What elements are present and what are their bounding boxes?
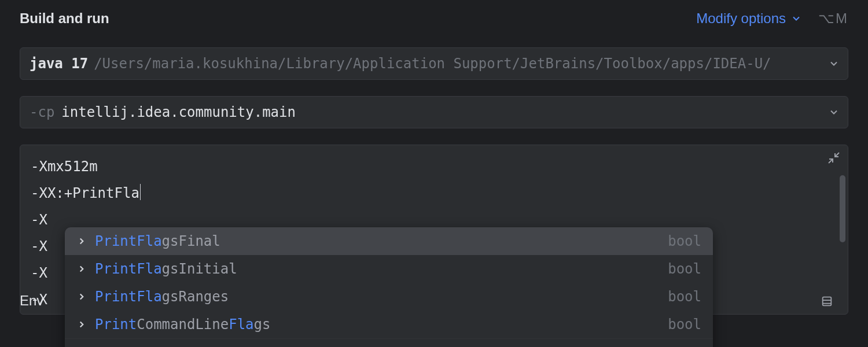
svg-rect-2 (823, 297, 832, 306)
autocomplete-item[interactable]: PrintFlagsRanges bool (65, 283, 713, 311)
expand-field-icon[interactable] (821, 295, 833, 308)
autocomplete-item-name: PrintFlagsInitial (95, 261, 660, 277)
chevron-down-icon (828, 106, 840, 118)
autocomplete-item-type: bool (668, 289, 701, 305)
classpath-value: intellij.idea.community.main (61, 104, 296, 120)
env-variables-label: Env (20, 293, 43, 309)
modify-options-label: Modify options (696, 10, 786, 27)
autocomplete-item-type: bool (668, 233, 701, 249)
vm-option-line: -XX:+PrintFla (31, 180, 837, 206)
jdk-selector[interactable]: java 17 /Users/maria.kosukhina/Library/A… (20, 47, 848, 80)
vm-option-line: -Xmx512m (31, 153, 837, 180)
autocomplete-item[interactable]: PrintCommandLineFlags bool (65, 311, 713, 338)
autocomplete-popup: PrintFlagsFinal bool PrintFlagsInitial b… (65, 227, 713, 347)
jdk-path: /Users/maria.kosukhina/Library/Applicati… (94, 56, 771, 72)
text-caret (140, 184, 141, 200)
classpath-selector[interactable]: -cp intellij.idea.community.main (20, 96, 848, 128)
autocomplete-footer: Press ↵ to insert, ⇥ to replace Next Tip (65, 338, 713, 347)
chevron-right-icon (76, 291, 87, 302)
jdk-name: java 17 (30, 56, 88, 72)
autocomplete-item-type: bool (668, 316, 701, 333)
autocomplete-item-name: PrintFlagsRanges (95, 289, 660, 305)
autocomplete-item[interactable]: PrintFlagsFinal bool (65, 227, 713, 255)
autocomplete-item[interactable]: PrintFlagsInitial bool (65, 255, 713, 283)
svg-line-0 (835, 153, 839, 157)
chevron-down-icon (828, 58, 840, 69)
shortcut-hint: ⌥M (818, 10, 848, 27)
scrollbar-thumb[interactable] (840, 175, 845, 242)
svg-line-1 (829, 159, 833, 163)
chevron-right-icon (76, 264, 87, 274)
classpath-flag: -cp (30, 104, 54, 120)
modify-options-link[interactable]: Modify options (696, 10, 802, 27)
autocomplete-item-name: PrintFlagsFinal (95, 233, 660, 249)
autocomplete-item-type: bool (668, 261, 701, 277)
section-title: Build and run (20, 10, 109, 27)
chevron-right-icon (76, 236, 87, 246)
collapse-icon[interactable] (827, 151, 841, 165)
header-row: Build and run Modify options ⌥M (20, 6, 848, 27)
chevron-right-icon (76, 319, 87, 330)
chevron-down-icon (790, 13, 802, 24)
autocomplete-item-name: PrintCommandLineFlags (95, 316, 660, 333)
